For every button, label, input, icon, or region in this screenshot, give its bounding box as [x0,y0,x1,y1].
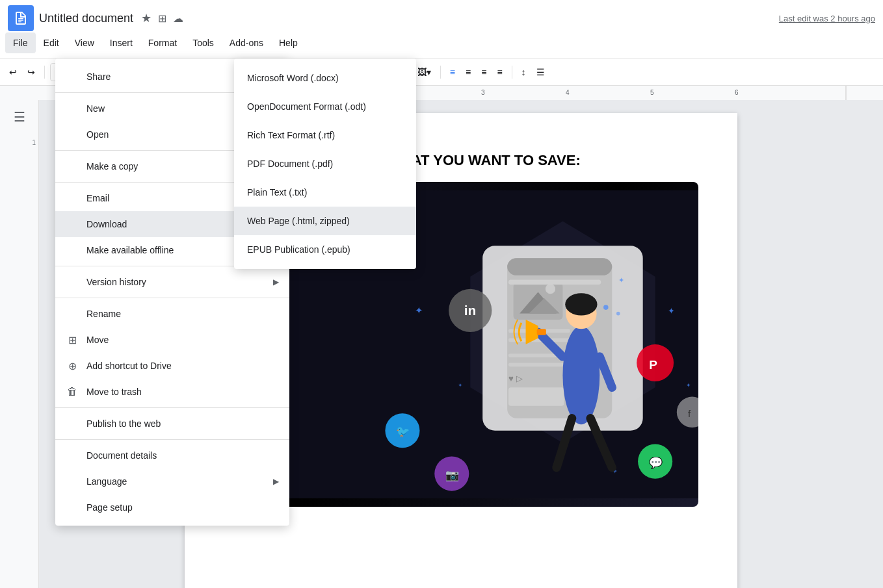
menu-help[interactable]: Help [271,32,306,53]
star-icon[interactable]: ★ [141,11,152,25]
file-menu-sep-6 [55,407,289,408]
svg-text:✦: ✦ [686,381,691,389]
trash-label: Move to trash [86,387,142,397]
download-rtf[interactable]: Rich Text Format (.rtf) [234,121,416,149]
folder-icon[interactable]: ⊞ [158,12,166,25]
version-label: Version history [86,277,146,287]
svg-text:5: 5 [650,89,654,96]
language-label: Language [86,476,127,487]
menu-format[interactable]: Format [140,32,185,53]
share-label: Share [86,71,111,82]
menu-view[interactable]: View [67,32,102,53]
undo-button[interactable]: ↩ [5,64,21,80]
file-menu-language[interactable]: Language ▶ [55,468,289,494]
version-arrow: ▶ [273,277,279,287]
align-center-button[interactable]: ≡ [462,64,475,80]
download-epub-label: EPUB Publication (.epub) [247,244,350,255]
svg-rect-0 [18,18,23,19]
download-txt[interactable]: Plain Text (.txt) [234,178,416,207]
insert-image-button[interactable]: 🖼▾ [414,64,435,80]
title-icons: ★ ⊞ ☁ [141,11,183,25]
file-menu-version[interactable]: Version history ▶ [55,269,289,295]
download-html[interactable]: Web Page (.html, zipped) [234,207,416,235]
svg-text:4: 4 [566,89,570,96]
last-edit-label: Last edit was 2 hours ago [779,14,875,23]
svg-rect-24 [508,353,558,357]
menu-addons[interactable]: Add-ons [222,32,271,53]
move-label: Move [86,335,109,345]
svg-text:3: 3 [481,89,485,96]
align-right-button[interactable]: ≡ [477,64,490,80]
download-odt[interactable]: OpenDocument Format (.odt) [234,92,416,121]
file-menu-sep-5 [55,298,289,298]
svg-rect-16 [507,258,612,275]
file-menu-sep-7 [55,439,289,440]
svg-text:✦: ✦ [415,305,423,316]
toolbar-separator-6 [440,66,441,79]
svg-text:✦: ✦ [618,276,624,284]
language-arrow: ▶ [273,477,279,486]
line-spacing-button[interactable]: ↕ [518,64,530,80]
svg-text:💬: 💬 [649,456,663,470]
align-justify-button[interactable]: ≡ [493,64,506,80]
file-menu-publish[interactable]: Publish to the web [55,411,289,437]
svg-rect-11 [845,86,847,100]
file-menu-move[interactable]: ⊞ Move [55,327,289,353]
svg-rect-1 [18,20,23,21]
svg-text:📷: 📷 [445,468,460,482]
email-label: Email [86,193,109,203]
menu-file[interactable]: File [5,32,36,53]
svg-text:✦: ✦ [668,306,675,316]
download-epub[interactable]: EPUB Publication (.epub) [234,235,416,264]
svg-rect-2 [18,21,21,22]
download-label: Download [86,219,127,229]
outline-icon[interactable]: ☰ [8,105,31,129]
menu-insert[interactable]: Insert [102,32,140,53]
svg-text:♥ ▷: ♥ ▷ [508,374,523,383]
document-title: Untitled document [39,12,133,25]
rename-label: Rename [86,309,121,319]
add-shortcut-icon: ⊕ [66,360,79,372]
file-menu-add-shortcut[interactable]: ⊕ Add shortcut to Drive [55,353,289,379]
svg-text:🐦: 🐦 [396,425,410,439]
svg-rect-21 [508,279,601,285]
svg-point-20 [546,284,555,294]
redo-button[interactable]: ↪ [23,64,39,80]
list-options-button[interactable]: ☰ [533,64,549,80]
toolbar-separator-1 [44,66,45,79]
google-docs-icon [8,5,34,31]
download-pdf-label: PDF Document (.pdf) [247,159,333,169]
file-menu-trash[interactable]: 🗑 Move to trash [55,379,289,405]
download-txt-label: Plain Text (.txt) [247,187,307,198]
offline-label: Make available offline [86,245,174,255]
svg-point-55 [603,305,609,310]
download-docx-label: Microsoft Word (.docx) [247,73,339,83]
svg-rect-27 [508,387,564,405]
move-folder-icon: ⊞ [66,334,79,346]
download-rtf-label: Rich Text Format (.rtf) [247,130,335,140]
download-pdf[interactable]: PDF Document (.pdf) [234,149,416,178]
page-number-1: 1 [32,139,38,146]
file-menu-page-setup[interactable]: Page setup [55,494,289,520]
download-submenu: Microsoft Word (.docx) OpenDocument Form… [234,58,416,269]
download-docx[interactable]: Microsoft Word (.docx) [234,64,416,92]
title-row: Untitled document ★ ⊞ ☁ Last edit was 2 … [0,5,883,31]
left-sidebar: ☰ 1 [0,100,39,588]
svg-rect-54 [537,329,546,335]
svg-text:✦: ✦ [458,381,463,389]
add-shortcut-label: Add shortcut to Drive [86,361,172,371]
publish-label: Publish to the web [86,418,161,429]
cloud-icon[interactable]: ☁ [173,12,183,25]
copy-label: Make a copy [86,161,138,172]
svg-text:in: in [464,303,477,318]
page-setup-label: Page setup [86,502,133,513]
svg-point-48 [565,293,597,315]
menu-tools[interactable]: Tools [185,32,222,53]
menu-edit[interactable]: Edit [36,32,67,53]
file-menu-rename[interactable]: Rename [55,301,289,327]
menu-bar: File Edit View Insert Format Tools Add-o… [0,31,883,55]
align-left-button[interactable]: ≡ [446,64,459,80]
doc-details-label: Document details [86,450,157,461]
new-label: New [86,103,105,114]
file-menu-doc-details[interactable]: Document details [55,442,289,468]
